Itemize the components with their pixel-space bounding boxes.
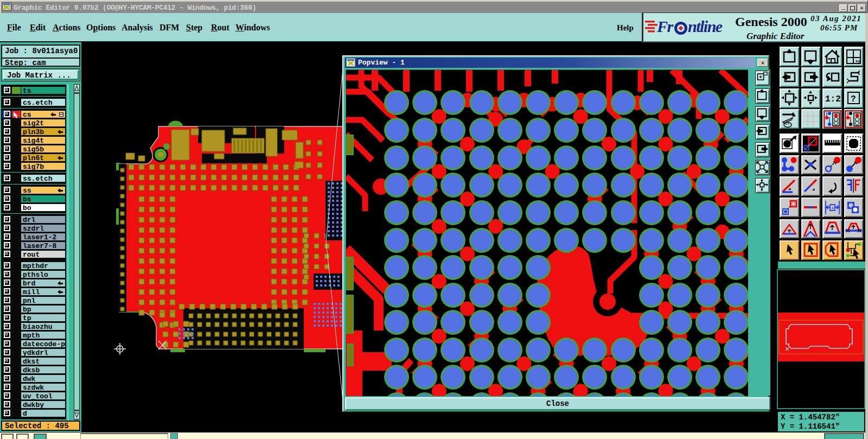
svg-text:?: ? (851, 94, 856, 104)
svg-text:4: 4 (831, 206, 834, 211)
svg-text:xy: xy (856, 59, 860, 63)
svg-text:1:2: 1:2 (825, 94, 841, 104)
